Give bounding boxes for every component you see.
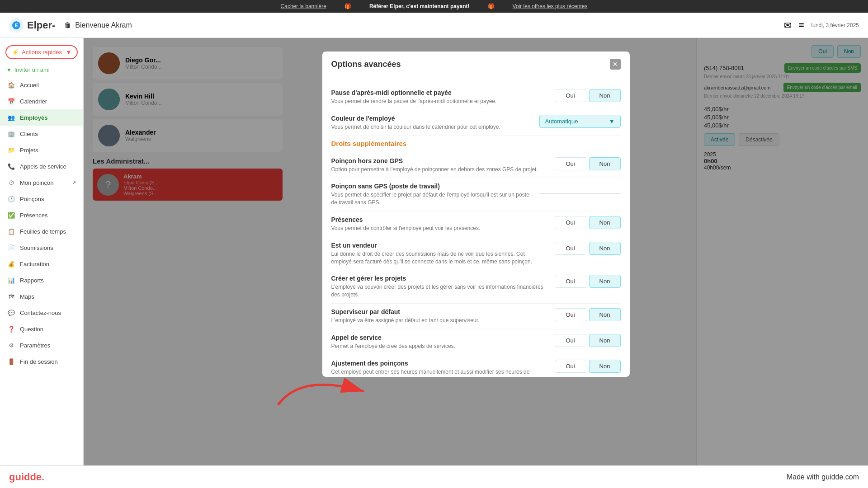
option-appel-service-controls: Oui Non [555,334,621,347]
contact-icon: 💬 [7,309,15,317]
sidebar-item-facturation[interactable]: 💰 Facturation [0,256,83,272]
sidebar-item-parametres[interactable]: ⚙ Paramètres [0,337,83,353]
projets-oui-btn[interactable]: Oui [555,275,586,288]
option-poincon-sans-gps-controls [539,183,621,193]
sidebar-label-maps: Maps [20,293,34,300]
sidebar-item-contact[interactable]: 💬 Contactez-nous [0,305,83,321]
poincon-gps-non-btn[interactable]: Non [589,157,621,170]
sidebar-label-clients: Clients [20,131,38,137]
option-poincon-sans-gps-label: Poinçon sans GPS (poste de travail) [331,183,530,190]
sidebar-item-projets[interactable]: 📁 Projets [0,142,83,158]
sidebar-item-calendrier[interactable]: 📅 Calendrier [0,93,83,109]
sidebar-item-soumissions[interactable]: 📄 Soumissions [0,239,83,256]
menu-icon[interactable]: ≡ [799,20,804,30]
hide-banner-link[interactable]: Cacher la bannière [281,3,326,9]
sidebar-item-presences[interactable]: ✅ Présences [0,207,83,223]
sidebar-label-accueil: Accueil [20,82,39,89]
maps-icon: 🗺 [7,292,15,300]
option-superviseur: Superviseur par défaut L'employé va être… [331,304,621,329]
sidebar-item-poincon[interactable]: ⏱ Mon poinçon ↗ [0,174,83,191]
offers-link[interactable]: Voir les offres les plus récentes [513,3,588,9]
option-couleur-info: Couleur de l'employé Vous permet de choi… [331,115,539,131]
couleur-value: Automatique [545,118,578,125]
sidebar-item-rapports[interactable]: 📊 Rapports [0,272,83,288]
option-superviseur-label: Superviseur par défaut [331,308,546,315]
poincon-gps-oui-btn[interactable]: Oui [555,157,586,170]
sidebar-label-parametres: Paramètres [20,342,50,349]
option-pause-info: Pause d'après-midi optionnelle et payée … [331,89,555,105]
sidebar-item-poincons[interactable]: 🕐 Poinçons [0,191,83,207]
sidebar-item-appels[interactable]: 📞 Appels de service [0,158,83,174]
sidebar-item-feuilles[interactable]: 📋 Feuilles de temps [0,223,83,239]
main-content: Diego Gor... Milton Condo... Kevin Hill … [84,38,868,465]
question-icon: ❓ [7,325,15,333]
lightning-icon: ⚡ [12,49,19,56]
calendar-icon: 📅 [7,97,15,105]
sidebar-label-facturation: Facturation [20,261,49,267]
pause-oui-btn[interactable]: Oui [555,89,586,102]
option-poincon-gps-desc: Option pour permettre à l'employé de poi… [331,166,546,174]
superviseur-non-btn[interactable]: Non [589,308,621,321]
invite-friend-item[interactable]: ♥ Inviter un ami [0,63,83,77]
external-link-icon: ↗ [72,180,76,186]
option-poincon-sans-gps-desc: Vous permet de spécifier le projet par d… [331,191,530,206]
option-ajustement: Ajustement des poinçons Cet employé peut… [331,355,621,377]
feuilles-icon: 📋 [7,227,15,235]
option-presences: Présences Vous permet de contrôler si l'… [331,211,621,237]
trash-icon: 🗑 [64,21,71,29]
option-vendeur: Est un vendeur Lui donne le droit de cré… [331,237,621,271]
presences-oui-btn[interactable]: Oui [555,216,586,229]
pause-non-btn[interactable]: Non [589,89,621,102]
option-presences-label: Présences [331,216,546,223]
option-poincon-gps-info: Poinçon hors zone GPS Option pour permet… [331,157,555,174]
vendeur-non-btn[interactable]: Non [589,242,621,255]
sidebar-item-maps[interactable]: 🗺 Maps [0,288,83,305]
presences-non-btn[interactable]: Non [589,216,621,229]
option-ajustement-desc: Cet employé peut entrer ses heures manue… [331,368,546,377]
mail-icon[interactable]: ✉ [784,20,792,31]
sidebar-label-feuilles: Feuilles de temps [20,228,66,235]
chevron-down-icon: ▼ [66,49,71,56]
couleur-dropdown[interactable]: Automatique ▼ [539,115,621,128]
sidebar-item-accueil[interactable]: 🏠 Accueil [0,77,83,93]
appel-service-oui-btn[interactable]: Oui [555,334,586,347]
appel-service-non-btn[interactable]: Non [589,334,621,347]
clock-icon: 🕐 [7,195,15,203]
sidebar-item-clients[interactable]: 🏢 Clients [0,126,83,142]
sidebar-item-question[interactable]: ❓ Question [0,321,83,337]
option-presences-info: Présences Vous permet de contrôler si l'… [331,216,555,232]
promo-text: Référer Elper, c'est maintenant payant! [369,3,470,9]
option-pause: Pause d'après-midi optionnelle et payée … [331,84,621,110]
option-projets-controls: Oui Non [555,275,621,288]
projets-non-btn[interactable]: Non [589,275,621,288]
logo-icon: E [9,18,24,33]
option-poincon-gps-controls: Oui Non [555,157,621,170]
sidebar-item-session[interactable]: 🚪 Fin de session [0,353,83,370]
option-superviseur-controls: Oui Non [555,308,621,321]
gift-icon-2: 🎁 [488,3,495,9]
option-appel-service-label: Appel de service [331,334,546,341]
logout-icon: 🚪 [7,357,15,366]
welcome-text: Bienvenue Akram [75,21,132,29]
sidebar-actions: ⚡ Actions rapides ▼ [5,45,78,59]
actions-rapides-button[interactable]: ⚡ Actions rapides ▼ [5,45,78,59]
vendeur-oui-btn[interactable]: Oui [555,242,586,255]
option-projets-label: Créer et gérer les projets [331,275,546,282]
option-vendeur-desc: Lui donne le droit de créer des soumissi… [331,250,546,266]
soumissions-icon: 📄 [7,244,15,252]
option-poincon-sans-gps: Poinçon sans GPS (poste de travail) Vous… [331,178,621,211]
option-couleur-label: Couleur de l'employé [331,115,530,122]
sidebar-label-rapports: Rapports [20,277,44,284]
sidebar-item-employes[interactable]: 👥 Employés [0,109,83,126]
poincon-sans-gps-input[interactable] [539,183,621,193]
ajustement-oui-btn[interactable]: Oui [555,360,586,373]
settings-icon: ⚙ [7,341,15,349]
dropdown-arrow: ▼ [609,118,615,125]
option-presences-controls: Oui Non [555,216,621,229]
superviseur-oui-btn[interactable]: Oui [555,308,586,321]
bottom-bar: guidde. Made with guidde.com [0,465,868,488]
rapports-icon: 📊 [7,276,15,284]
modal-close-button[interactable]: ✕ [610,59,621,70]
option-vendeur-info: Est un vendeur Lui donne le droit de cré… [331,242,555,266]
ajustement-non-btn[interactable]: Non [589,360,621,373]
